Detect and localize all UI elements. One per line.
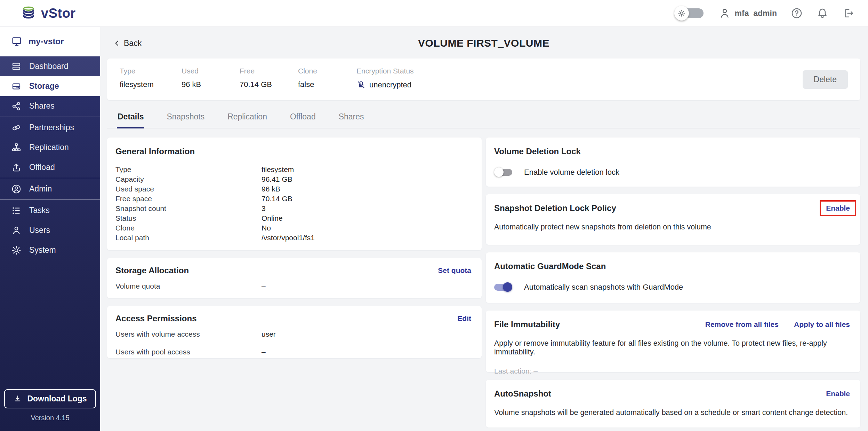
- database-logo-icon: [21, 6, 36, 21]
- summary-label: Type: [120, 67, 182, 75]
- toggle-label: Enable volume deletion lock: [524, 168, 619, 177]
- info-row: CloneNo: [115, 223, 471, 233]
- delete-volume-button[interactable]: Delete: [803, 70, 848, 89]
- summary-field-clone: Clone false: [298, 67, 356, 89]
- sidebar-separator: [0, 117, 100, 117]
- autosnapshot-card: AutoSnapshot Enable Volume snapshots wil…: [486, 380, 860, 428]
- dashboard-icon: [11, 61, 22, 72]
- logout-icon[interactable]: [842, 7, 854, 19]
- info-row: Capacity96.41 GB: [115, 174, 471, 184]
- enable-snapshot-lock-link[interactable]: Enable: [826, 204, 850, 212]
- sidebar-item-label: System: [29, 245, 56, 255]
- summary-field-used: Used 96 kB: [182, 67, 240, 89]
- username: mfa_admin: [735, 9, 777, 18]
- logo-text: vStor: [41, 6, 76, 21]
- card-description: Automatically protect new snapshots from…: [494, 223, 850, 232]
- apply-to-all-files-link[interactable]: Apply to all files: [794, 320, 850, 329]
- tab-replication[interactable]: Replication: [227, 109, 268, 128]
- theme-toggle[interactable]: [674, 6, 705, 21]
- download-logs-button[interactable]: Download Logs: [4, 389, 96, 408]
- set-quota-link[interactable]: Set quota: [438, 266, 471, 275]
- summary-value: filesystem: [120, 80, 182, 89]
- sidebar-item-storage[interactable]: Storage: [0, 76, 100, 96]
- toggle-knob: [494, 167, 504, 177]
- summary-field-free: Free 70.14 GB: [240, 67, 298, 89]
- link-icon: [11, 123, 22, 133]
- info-row: Snapshot count3: [115, 204, 471, 213]
- sun-gear-icon: [677, 9, 686, 17]
- user-icon: [719, 7, 731, 19]
- volume-tabs: Details Snapshots Replication Offload Sh…: [107, 109, 860, 128]
- tab-shares[interactable]: Shares: [338, 109, 365, 128]
- sidebar-item-partnerships[interactable]: Partnerships: [0, 118, 100, 138]
- summary-value: 96 kB: [182, 80, 240, 89]
- sidebar-item-shares[interactable]: Shares: [0, 96, 100, 116]
- edit-permissions-link[interactable]: Edit: [457, 314, 471, 323]
- card-title: Volume Deletion Lock: [494, 147, 581, 156]
- encryption-status-text: unencrypted: [369, 80, 411, 89]
- upload-icon: [11, 162, 22, 173]
- unencrypted-lock-slash-icon: [356, 80, 366, 89]
- help-icon[interactable]: [791, 7, 803, 19]
- sidebar-nav: Dashboard Storage Sh: [0, 56, 100, 431]
- card-title: Snapshot Deletion Lock Policy: [494, 203, 616, 213]
- user-menu[interactable]: mfa_admin: [719, 7, 777, 19]
- tab-snapshots[interactable]: Snapshots: [166, 109, 205, 128]
- card-title: File Immutability: [494, 320, 560, 329]
- general-information-rows: Typefilesystem Capacity96.41 GB Used spa…: [115, 165, 471, 243]
- vstor-logo: vStor: [21, 6, 76, 21]
- right-column: Volume Deletion Lock Enable volume delet…: [486, 138, 860, 428]
- card-description: Apply or remove immutability feature for…: [494, 339, 850, 356]
- sidebar-item-label: Users: [29, 226, 50, 235]
- toggle-knob: [503, 282, 512, 292]
- info-row: Used space96 kB: [115, 184, 471, 194]
- info-row: Users with volume accessuser: [115, 326, 471, 343]
- general-information-card: General Information Typefilesystem Capac…: [107, 138, 482, 250]
- sidebar-item-replication[interactable]: Replication: [0, 138, 100, 157]
- summary-field-type: Type filesystem: [120, 67, 182, 89]
- sidebar: my-vstor Dashboard: [0, 26, 100, 431]
- summary-field-encryption: Encryption Status unencrypted: [356, 67, 414, 89]
- encryption-status-value: unencrypted: [356, 80, 414, 89]
- tasks-list-icon: [11, 205, 22, 216]
- automatic-guardmode-scan-card: Automatic GuardMode Scan Automatically s…: [486, 252, 860, 303]
- left-column: General Information Typefilesystem Capac…: [107, 138, 482, 358]
- share-icon: [11, 101, 22, 111]
- info-row: StatusOnline: [115, 213, 471, 223]
- tab-offload[interactable]: Offload: [289, 109, 316, 128]
- card-description: Volume snapshots will be generated autom…: [494, 408, 850, 417]
- sidebar-item-offload[interactable]: Offload: [0, 157, 100, 177]
- sidebar-item-label: Storage: [29, 81, 59, 91]
- hostname-label: my-vstor: [29, 37, 64, 46]
- sidebar-item-system[interactable]: System: [0, 240, 100, 260]
- summary-label: Encryption Status: [356, 67, 414, 75]
- sidebar-item-label: Replication: [29, 143, 69, 152]
- enable-autosnapshot-link[interactable]: Enable: [826, 390, 850, 398]
- annotation-highlight-box: Enable: [820, 200, 856, 216]
- info-row: Typefilesystem: [115, 165, 471, 174]
- summary-label: Used: [182, 67, 240, 75]
- sidebar-item-admin[interactable]: Admin: [0, 179, 100, 199]
- snapshot-deletion-lock-policy-card: Snapshot Deletion Lock Policy Enable Aut…: [486, 194, 860, 245]
- page-title: VOLUME FIRST_VOLUME: [107, 37, 860, 49]
- card-title: AutoSnapshot: [494, 389, 551, 399]
- summary-value: false: [298, 80, 356, 89]
- gear-icon: [11, 245, 22, 256]
- summary-value: 70.14 GB: [240, 80, 298, 89]
- remove-from-all-files-link[interactable]: Remove from all files: [705, 320, 779, 329]
- sidebar-hostname[interactable]: my-vstor: [0, 26, 100, 56]
- info-row: Free space70.14 GB: [115, 194, 471, 204]
- guardmode-scan-toggle[interactable]: [494, 282, 512, 292]
- replication-tree-icon: [11, 142, 22, 153]
- tab-details[interactable]: Details: [117, 109, 144, 128]
- info-row: Users with pool access–: [115, 343, 471, 361]
- page-top-bar: VOLUME FIRST_VOLUME Back: [107, 34, 860, 52]
- notifications-bell-icon[interactable]: [817, 7, 828, 19]
- sidebar-item-tasks[interactable]: Tasks: [0, 201, 100, 220]
- main-content: VOLUME FIRST_VOLUME Back Type filesystem…: [100, 26, 868, 431]
- admin-icon: [11, 184, 22, 194]
- volume-deletion-lock-toggle[interactable]: [494, 167, 512, 177]
- sidebar-item-label: Admin: [29, 184, 52, 194]
- sidebar-item-dashboard[interactable]: Dashboard: [0, 56, 100, 76]
- sidebar-item-users[interactable]: Users: [0, 220, 100, 240]
